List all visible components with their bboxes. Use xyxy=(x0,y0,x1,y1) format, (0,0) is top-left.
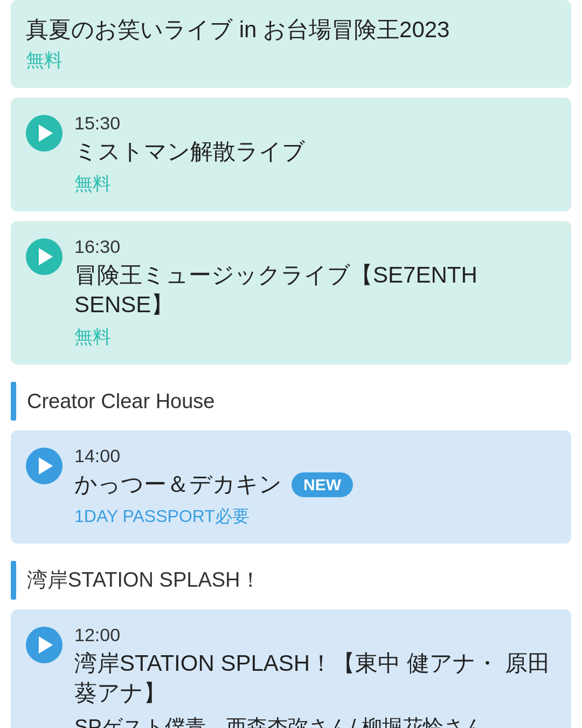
event-content-wgs1: 12:00 湾岸STATION SPLASH！【東中 健アナ・ 原田葵アナ】 S… xyxy=(74,624,556,728)
event-title-2: 冒険王ミュージックライブ【SE7ENTH SENSE】 xyxy=(74,260,556,319)
event-content-2: 16:30 冒険王ミュージックライブ【SE7ENTH SENSE】 無料 xyxy=(74,236,556,349)
event-title-wgs1: 湾岸STATION SPLASH！【東中 健アナ・ 原田葵アナ】 xyxy=(74,649,556,708)
play-button-cch1[interactable] xyxy=(26,448,63,484)
event-card-2[interactable]: 16:30 冒険王ミュージックライブ【SE7ENTH SENSE】 無料 xyxy=(11,221,571,365)
play-button-wgs1[interactable] xyxy=(26,627,63,663)
play-button-2[interactable] xyxy=(26,238,63,275)
event-description-wgs1: SPゲスト僕青 西森杏弥さん/ 柳堀花怜さん xyxy=(74,713,556,728)
event-price-2: 無料 xyxy=(74,325,556,349)
play-icon-cch1 xyxy=(39,457,53,475)
event-card-wgs1[interactable]: 12:00 湾岸STATION SPLASH！【東中 健アナ・ 原田葵アナ】 S… xyxy=(11,609,571,728)
section-bar-2 xyxy=(11,561,16,600)
section-title-2: 湾岸STATION SPLASH！ xyxy=(27,566,261,594)
event-time-cch1: 14:00 xyxy=(74,445,556,466)
play-button-1[interactable] xyxy=(26,115,63,152)
event-time-2: 16:30 xyxy=(74,236,556,257)
section-header-2: 湾岸STATION SPLASH！ xyxy=(11,561,571,600)
event-title-cch1: かっつー＆デカキン xyxy=(74,470,282,499)
section-bar-1 xyxy=(11,382,16,421)
event-time-wgs1: 12:00 xyxy=(74,624,556,645)
event-title-1: ミストマン解散ライブ xyxy=(74,137,556,167)
play-icon-2 xyxy=(39,248,53,265)
event-price-1: 無料 xyxy=(74,171,556,196)
page-container: 真夏のお笑いライブ in お台場冒険王2023 無料 15:30 ミストマン解散… xyxy=(0,0,582,728)
play-icon-wgs1 xyxy=(39,636,53,654)
play-icon-1 xyxy=(39,125,53,142)
event-content-cch1: 14:00 かっつー＆デカキン NEW 1DAY PASSPORT必要 xyxy=(74,445,556,528)
event-price-cch1: 1DAY PASSPORT必要 xyxy=(74,505,556,528)
event-card-1[interactable]: 15:30 ミストマン解散ライブ 無料 xyxy=(11,98,571,212)
top-card-price: 無料 xyxy=(26,48,556,73)
section-title-1: Creator Clear House xyxy=(27,390,214,413)
top-card-title: 真夏のお笑いライブ in お台場冒険王2023 xyxy=(26,15,556,45)
top-partial-card: 真夏のお笑いライブ in お台場冒険王2023 無料 xyxy=(11,0,571,88)
event-card-cch1[interactable]: 14:00 かっつー＆デカキン NEW 1DAY PASSPORT必要 xyxy=(11,430,571,544)
section-header-1: Creator Clear House xyxy=(11,382,571,421)
event-time-1: 15:30 xyxy=(74,113,556,134)
new-badge-cch1: NEW xyxy=(292,472,353,497)
event-content-1: 15:30 ミストマン解散ライブ 無料 xyxy=(74,113,556,197)
